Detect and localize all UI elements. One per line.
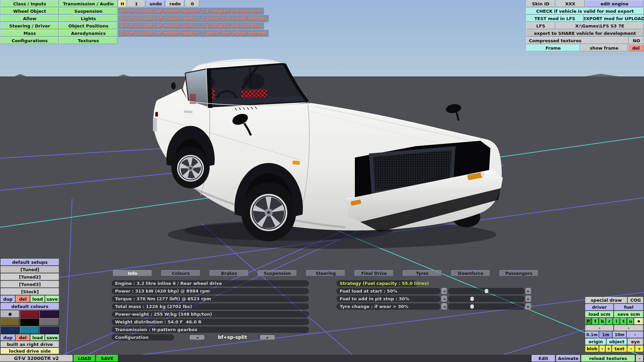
driver-button[interactable]: driver [585,304,613,310]
menu-transmission-audio[interactable]: Transmission / Audio [59,0,117,7]
colour-swatch-3[interactable] [40,310,59,318]
configuration-prev-button[interactable]: ◄ [190,335,205,340]
redo-count[interactable]: 0 [185,0,199,7]
layer-l-button[interactable]: l [613,318,620,324]
colour-del-button[interactable]: del [16,335,30,341]
configuration-next-button[interactable]: ► [260,335,275,340]
tyre-change-decrease[interactable]: ◄ [441,303,447,310]
menu-object-positions[interactable]: Object Positions [59,22,117,29]
scale-minus-button[interactable]: - [627,331,643,338]
car-model[interactable] [153,59,503,249]
menu-mass[interactable]: Mass [1,30,59,37]
save-scm-button[interactable]: save scm [614,311,643,317]
setup-tuned2[interactable]: [Tuned2] [1,274,59,280]
text-minus-button[interactable]: - [628,346,635,352]
redo-button[interactable]: redo [166,0,184,7]
object-button[interactable]: object [607,339,627,345]
tab-suspension[interactable]: Suspension [258,270,297,276]
menu-configurations[interactable]: Configurations [1,37,59,44]
colour-swatch-8[interactable] [20,326,39,334]
colour-dup-button[interactable]: dup [1,335,15,341]
setup-del-button[interactable]: del [16,296,30,302]
menu-suspension[interactable]: Suspension [59,8,117,14]
colour-swatch-2[interactable] [20,310,39,318]
slider-thumb[interactable] [470,304,474,309]
special-draw-button[interactable]: special draw [585,297,627,303]
fuel-load-slider[interactable] [448,288,525,294]
edit-mode-button[interactable]: Edit [532,355,555,362]
scale-10m-button[interactable]: 10m [613,331,626,338]
fuel-button[interactable]: fuel [614,304,643,310]
layer-dot-button[interactable]: ● [634,318,643,324]
menu-wheel-object[interactable]: Wheel Object [1,8,59,14]
lfs-path[interactable]: X:\Games\LFS S3 7E [556,22,644,29]
built-right-drive[interactable]: built as right drive [1,341,59,347]
compressed-textures-label[interactable]: Compressed textures [526,37,629,44]
scale-1m-button[interactable]: 1m [599,331,612,338]
setup-stock[interactable]: [Stock] [1,288,59,295]
menu-aerodynamics[interactable]: Aerodynamics [59,30,117,37]
default-colours-header[interactable]: default colours [1,303,59,310]
skin-id-value[interactable]: XXX [556,0,585,7]
pit-fuel-decrease[interactable]: ◄ [441,296,447,302]
origin-button[interactable]: origin [585,339,606,345]
fuel-load-increase[interactable]: ► [526,288,531,294]
frame-button[interactable]: Frame [526,45,580,51]
export-upload-button[interactable]: EXPORT mod for UPLOAD [584,15,644,22]
blob-plus-button[interactable]: + [606,346,611,352]
undo-button[interactable]: undo [147,0,165,7]
menu-textures[interactable]: Textures [59,37,117,44]
setup-dup-button[interactable]: dup [1,296,15,302]
menu-steering-driver[interactable]: Steering / Driver [1,22,59,29]
eye-button[interactable]: eye [628,339,643,345]
blob-minus-button[interactable]: - [599,346,605,352]
tab-info[interactable]: Info [113,270,152,276]
tyre-change-increase[interactable]: ► [526,303,531,310]
scale-01m-button[interactable]: 0.1m [585,331,599,338]
cog-button[interactable]: COG [628,297,643,303]
share-export-button[interactable]: export to SHARE vehicle for development [526,30,644,37]
layer-t-button[interactable]: t [621,318,627,324]
setup-save-button[interactable]: save [45,296,59,302]
text-button[interactable]: text [612,346,627,352]
test-mod-button[interactable]: TEST mod in LFS [526,15,583,22]
tab-final-drive[interactable]: Final Drive [355,270,393,276]
locked-drive-side[interactable]: locked drive side [1,348,59,354]
minus-button-1[interactable]: - [585,325,613,331]
history-count[interactable]: 1 [127,0,145,7]
colour-swatch-9[interactable] [40,326,59,334]
mode-h-button[interactable]: H [118,0,126,7]
colour-save-button[interactable]: save [45,335,59,341]
vehicle-name[interactable]: GT-V 3200GTR v2 [0,355,73,362]
tyre-change-slider[interactable] [448,303,525,310]
menu-allow[interactable]: Allow [1,15,59,22]
layer-u-button[interactable]: u [628,318,634,324]
setup-tuned[interactable]: [Tuned] [1,266,59,273]
pit-fuel-slider[interactable] [448,296,525,302]
default-setups-header[interactable]: default setups [1,259,59,265]
colour-swatch-6[interactable] [40,318,59,326]
layer-r-button[interactable]: r [606,318,612,324]
minus-button-2[interactable]: - [614,325,643,331]
setup-load-button[interactable]: load [31,296,45,302]
colour-load-button[interactable]: load [31,335,45,341]
text-plus-button[interactable]: + [635,346,643,352]
blob-button[interactable]: blob [585,346,599,352]
load-vehicle-button[interactable]: LOAD [74,355,95,362]
frame-del-button[interactable]: del [628,45,644,51]
tab-downforce[interactable]: Downforce [451,270,490,276]
colour-swatch-1[interactable]: ● [1,310,19,318]
compressed-textures-value[interactable]: NO [629,37,644,44]
tab-colours[interactable]: Colours [161,270,200,276]
save-vehicle-button[interactable]: SAVE [96,355,118,362]
layer-b-button[interactable]: b [599,318,605,324]
tab-steering[interactable]: Steering [306,270,345,276]
reload-textures-button[interactable]: reload textures [581,355,635,362]
slider-thumb[interactable] [485,289,488,293]
layer-f-button[interactable]: f [592,318,598,324]
tab-brakes[interactable]: Brakes [210,270,249,276]
show-frame-button[interactable]: show frame [581,45,628,51]
menu-lights[interactable]: Lights [59,15,117,22]
setup-tuned3[interactable]: [Tuned3] [1,281,59,288]
reload-minus-button[interactable]: - [636,355,643,362]
